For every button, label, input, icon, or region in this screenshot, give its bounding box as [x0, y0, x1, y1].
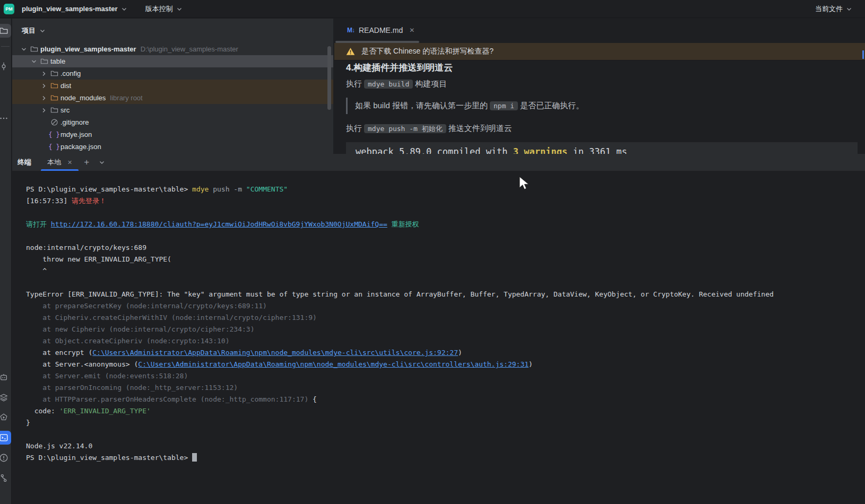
terminal-line: at Object.createCipheriv (node:crypto:14…	[26, 335, 865, 347]
terminal-text: at Server.<anonymous> (	[26, 360, 138, 368]
terminal-text: at HTTPParser.parserOnHeadersComplete (n…	[26, 395, 313, 403]
terminal-line: at Server.emit (node:events:518:28)	[26, 370, 865, 382]
terminal-line: PS D:\plugin_view_samples-master\table> …	[26, 184, 865, 195]
terminal-line: at parserOnIncoming (node:_http_server:1…	[26, 382, 865, 394]
folder-icon	[49, 69, 59, 77]
close-icon[interactable]: ✕	[409, 27, 414, 34]
chevron-right-icon[interactable]	[39, 71, 49, 77]
tree-row-plugin-view-samples-master[interactable]: plugin_view_samples-masterD:\plugin_view…	[12, 43, 333, 55]
new-terminal-button[interactable]: +	[79, 157, 94, 168]
terminal-text: at parserOnIncoming (node:_http_server:1…	[26, 384, 238, 392]
close-icon[interactable]: ✕	[67, 159, 72, 166]
markdown-blockquote: 如果 build 报错，请先确认第一步里的npm i是否已正确执行。	[346, 98, 865, 114]
editor-tab-readme[interactable]: M↓ README.md ✕	[334, 20, 420, 41]
terminal-line: TypeError [ERR_INVALID_ARG_TYPE]: The "k…	[26, 289, 865, 300]
chevron-right-icon[interactable]	[39, 95, 49, 101]
terminal-link[interactable]: http://172.16.60.178:18880/cliauth?p=eyJ…	[51, 220, 387, 228]
terminal-icon[interactable]	[0, 431, 11, 445]
markdown-heading: 4.构建插件并推送到明道云	[346, 62, 865, 74]
terminal-text: at Object.createCipheriv (node:crypto:14…	[26, 337, 230, 345]
terminal-line: at HTTPParser.parserOnHeadersComplete (n…	[26, 394, 865, 405]
chevron-right-icon[interactable]	[39, 107, 49, 114]
terminal-line	[26, 429, 865, 440]
terminal-text: node:internal/crypto/keys:689	[26, 244, 146, 251]
tree-row-mdye-json[interactable]: { }mdye.json	[12, 128, 333, 141]
ai-assistant-icon[interactable]	[0, 370, 11, 384]
terminal-text: )	[458, 349, 462, 357]
tree-row-table[interactable]: table	[12, 55, 333, 67]
services-icon[interactable]	[0, 390, 11, 404]
project-folder-icon[interactable]	[0, 24, 11, 38]
tree-row-src[interactable]: src	[12, 104, 333, 116]
terminal-line: at encrypt (C:\Users\Administrator\AppDa…	[26, 347, 865, 359]
chevron-down-icon	[99, 159, 105, 166]
run-icon[interactable]	[0, 411, 11, 424]
more-icon[interactable]	[0, 111, 11, 125]
terminal-text: "COMMENTS"	[246, 185, 288, 193]
chevron-right-icon[interactable]	[39, 83, 49, 89]
terminal-text: }	[26, 419, 30, 427]
terminal-link[interactable]: C:\Users\Administrator\AppData\Roaming\n…	[92, 349, 458, 357]
chevron-down-icon[interactable]	[19, 46, 29, 53]
tree-node-suffix: library root	[110, 94, 142, 102]
tree-node-label: src	[60, 106, 70, 114]
terminal-text: PS D:\plugin_view_samples-master\table>	[26, 185, 192, 193]
terminal-tab-label: 本地	[47, 158, 61, 167]
terminal-text: 重新授权	[387, 220, 419, 228]
terminal-dropdown-button[interactable]	[94, 159, 109, 166]
chevron-down-icon[interactable]	[29, 58, 39, 65]
terminal-text: at prepareSecretKey (node:internal/crypt…	[26, 302, 267, 310]
terminal-link[interactable]: C:\Users\Administrator\AppData\Roaming\n…	[138, 360, 529, 368]
markdown-preview: 4.构建插件并推送到明道云 执行mdye build构建项目 如果 build …	[334, 60, 865, 154]
commit-icon[interactable]	[0, 59, 11, 73]
terminal-panel-label[interactable]: 终端	[18, 158, 31, 167]
tree-node-label: dist	[60, 82, 71, 90]
terminal-text: at new Cipheriv (node:internal/crypto/ci…	[26, 325, 254, 333]
run-configuration-selector[interactable]: 当前文件	[811, 2, 857, 16]
editor-tab-label: README.md	[359, 26, 403, 34]
tool-window-stripe	[0, 19, 12, 504]
chevron-down-icon	[176, 6, 183, 12]
stripe-top-icons	[0, 19, 11, 125]
terminal-text: ^	[26, 267, 47, 275]
stripe-divider	[1, 46, 10, 47]
project-panel-title: 项目	[22, 26, 36, 36]
warnings-count: 3 warnings	[513, 146, 567, 154]
terminal-line	[26, 207, 865, 219]
terminal-output[interactable]: PS D:\plugin_view_samples-master\table> …	[12, 171, 865, 464]
terminal-text: {	[313, 395, 317, 403]
warning-icon	[346, 47, 355, 56]
terminal-line: at new Cipheriv (node:internal/crypto/ci…	[26, 324, 865, 335]
terminal-text: TypeError [ERR_INVALID_ARG_TYPE]: The "k…	[26, 290, 774, 298]
vcs-menu[interactable]: 版本控制	[141, 2, 187, 16]
horizontal-scrollbar[interactable]	[335, 41, 419, 43]
terminal-line: [16:57:33] 请先登录！	[26, 195, 865, 207]
terminal-tool-window: 终端 本地 ✕ + PS D:\plugin_view_samples-mast…	[12, 154, 865, 504]
folder-orange-icon	[49, 82, 59, 90]
version-control-icon[interactable]	[0, 471, 11, 485]
terminal-line: Node.js v22.14.0	[26, 440, 865, 452]
terminal-tab-bar: 终端 本地 ✕ +	[12, 154, 865, 171]
markdown-icon: M↓	[347, 27, 354, 34]
tree-node-path: D:\plugin_view_samples-master	[141, 45, 238, 53]
terminal-line: at prepareSecretKey (node:internal/crypt…	[26, 300, 865, 312]
current-file-label: 当前文件	[815, 4, 843, 14]
problems-icon[interactable]	[0, 451, 11, 465]
terminal-line: node:internal/crypto/keys:689	[26, 242, 865, 254]
terminal-line: ^	[26, 265, 865, 277]
project-panel-header[interactable]: 项目	[12, 19, 333, 43]
tree-row-package-json[interactable]: { }package.json	[12, 141, 333, 153]
tree-row-node-modules[interactable]: node_moduleslibrary root	[12, 92, 333, 104]
terminal-text: Node.js v22.14.0	[26, 442, 92, 450]
terminal-text: at Server.emit (node:events:518:28)	[26, 372, 188, 380]
tree-scrollbar[interactable]	[327, 46, 331, 110]
terminal-text: PS D:\plugin_view_samples-master\table>	[26, 454, 192, 462]
tree-row--config[interactable]: .config	[12, 67, 333, 80]
markdown-code-block: webpack 5.89.0 compiled with 3 warnings …	[346, 142, 858, 154]
project-widget[interactable]: plugin_view_samples-master	[18, 3, 132, 15]
project-tree: plugin_view_samples-masterD:\plugin_view…	[12, 43, 333, 153]
tree-row--gitignore[interactable]: .gitignore	[12, 116, 333, 128]
terminal-tab-local[interactable]: 本地 ✕	[41, 154, 79, 171]
terminal-line: at Cipheriv.createCipherWithIV (node:int…	[26, 312, 865, 324]
tree-row-dist[interactable]: dist	[12, 80, 333, 92]
